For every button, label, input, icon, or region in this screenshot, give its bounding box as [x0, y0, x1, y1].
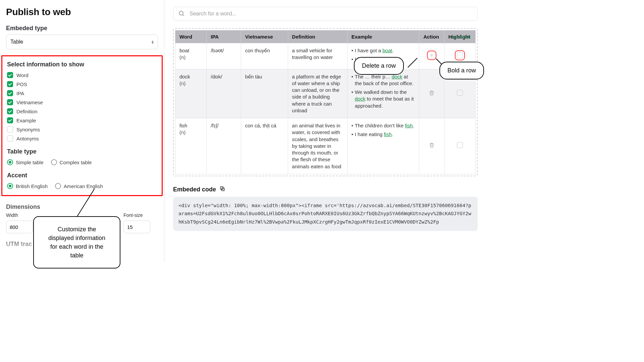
highlight-checkbox[interactable] [457, 90, 463, 96]
dimensions-heading: Dimensions [6, 203, 158, 210]
table-header: Action [419, 31, 444, 43]
checkbox-word[interactable]: Word [7, 72, 157, 78]
cell-example: The children don't like fish.I hate eati… [347, 118, 419, 174]
info-heading: Select information to show [7, 61, 157, 68]
search-input[interactable] [190, 11, 473, 17]
copy-icon[interactable] [219, 186, 225, 193]
cell-word: dock(n) [175, 69, 207, 118]
checkbox-example[interactable]: Example [7, 117, 157, 123]
table-header-row: WordIPAVietnameseDefinitionExampleAction… [175, 31, 476, 43]
checkbox-label: Definition [16, 109, 38, 114]
preview-table: WordIPAVietnameseDefinitionExampleAction… [175, 30, 476, 174]
radio-icon [7, 183, 13, 189]
table-row: boat(n)/bəʊt/con thuyềna small vehicle f… [175, 43, 476, 69]
checkbox-label: Vietnamese [16, 100, 43, 105]
accent-heading: Accent [7, 172, 157, 179]
cell-vietnamese: con cá, thịt cá [241, 118, 288, 174]
callout-bold: Bold a row [439, 62, 484, 79]
radio-label: Simple table [16, 160, 44, 165]
fontsize-input[interactable] [123, 221, 150, 233]
checkbox-icon [7, 81, 13, 87]
radio-icon [55, 183, 61, 189]
checkbox-icon [7, 117, 13, 123]
highlight-checkbox[interactable] [457, 142, 463, 148]
checkbox-label: Synonyms [16, 127, 40, 132]
callout-delete: Delete a row [354, 57, 404, 75]
example-link[interactable]: fish [405, 123, 413, 128]
cell-ipa: /dɒk/ [207, 69, 241, 118]
embed-type-value: Table [10, 39, 23, 45]
cell-word: fish(n) [175, 118, 207, 174]
checkbox-antonyms[interactable]: Antonyms [7, 135, 157, 141]
cell-action [419, 69, 444, 118]
table-header: Example [347, 31, 419, 43]
cell-ipa: /fɪʃ/ [207, 118, 241, 174]
cell-action [419, 118, 444, 174]
checkbox-icon [7, 108, 13, 114]
embed-code-heading: Embeded code [173, 186, 216, 193]
example-link[interactable]: dock [355, 96, 366, 102]
search-box[interactable] [173, 7, 478, 21]
table-header: Definition [288, 31, 347, 43]
checkbox-pos[interactable]: POS [7, 81, 157, 87]
checkbox-vietnamese[interactable]: Vietnamese [7, 99, 157, 105]
table-row: dock(n)/dɒk/bến tàua platform at the edg… [175, 69, 476, 118]
checkbox-label: POS [16, 81, 27, 87]
radio-accent[interactable]: British English [7, 183, 48, 189]
trash-icon[interactable] [429, 53, 434, 58]
checkbox-icon [7, 72, 13, 78]
page-title: Publish to web [6, 7, 158, 17]
embed-type-label: Embeded type [6, 25, 158, 32]
checkbox-icon [7, 126, 13, 132]
checkbox-definition[interactable]: Definition [7, 108, 157, 114]
radio-tabletype[interactable]: Simple table [7, 159, 44, 165]
table-header: IPA [207, 31, 241, 43]
svg-point-0 [179, 11, 183, 15]
table-header: Highlight [444, 31, 475, 43]
fontsize-label: Font-size [123, 213, 150, 218]
example-link[interactable]: fish [384, 131, 391, 137]
embed-type-select[interactable]: Table ▴▾ [6, 35, 158, 49]
embed-code-block[interactable]: <div style="width: 100%; max-width:800px… [173, 197, 478, 231]
radio-accent[interactable]: American English [55, 183, 103, 189]
highlight-checkbox[interactable] [457, 52, 463, 58]
radio-label: American English [64, 183, 103, 189]
width-label: Width [6, 213, 33, 218]
tabletype-heading: Table type [7, 148, 157, 155]
cell-highlight [444, 118, 475, 174]
right-panel: azvocab WordIPAVietnameseDefinitionExamp… [164, 0, 486, 261]
cell-ipa: /bəʊt/ [207, 43, 241, 69]
chevron-updown-icon: ▴▾ [152, 40, 154, 44]
radio-icon [7, 159, 13, 165]
checkbox-ipa[interactable]: IPA [7, 90, 157, 96]
checkbox-label: IPA [16, 90, 24, 96]
checkbox-label: Word [16, 72, 29, 78]
checkbox-label: Example [16, 118, 36, 123]
cell-definition: an animal that lives in water, is covere… [288, 118, 347, 174]
table-row: fish(n)/fɪʃ/con cá, thịt cáan animal tha… [175, 118, 476, 174]
example-link[interactable]: boat [382, 48, 392, 53]
search-icon [178, 10, 185, 18]
width-input[interactable] [6, 221, 33, 233]
checkbox-label: Antonyms [16, 136, 39, 141]
cell-definition: a platform at the edge of water where a … [288, 69, 347, 118]
cell-word: boat(n) [175, 43, 207, 69]
radio-icon [51, 159, 57, 165]
table-header: Vietnamese [241, 31, 288, 43]
callout-customize: Customize the displayed information for … [33, 216, 120, 268]
checkbox-icon [7, 135, 13, 141]
checkbox-icon [7, 90, 13, 96]
cell-vietnamese: bến tàu [241, 69, 288, 118]
table-header: Word [175, 31, 207, 43]
radio-label: British English [16, 183, 48, 189]
checkbox-synonyms[interactable]: Synonyms [7, 126, 157, 132]
cell-vietnamese: con thuyền [241, 43, 288, 69]
trash-icon[interactable] [429, 90, 434, 96]
cell-definition: a small vehicle for travelling on water [288, 43, 347, 69]
preview-table-box: azvocab WordIPAVietnameseDefinitionExamp… [173, 28, 478, 176]
svg-line-1 [183, 14, 184, 16]
trash-icon[interactable] [429, 142, 434, 148]
radio-tabletype[interactable]: Complex table [51, 159, 92, 165]
radio-label: Complex table [60, 160, 92, 165]
checkbox-icon [7, 99, 13, 105]
